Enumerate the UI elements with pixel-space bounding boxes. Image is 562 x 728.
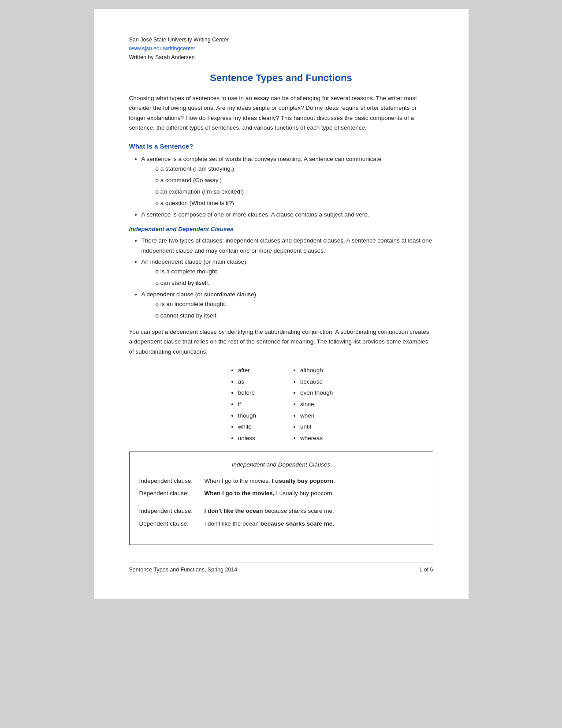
example-row-2a: Independent clause: I don't like the oce… [139,506,423,516]
written-by-text: Written by Sarah Andersen [129,53,433,62]
bullet-dependent-clause: A dependent clause (or subordinate claus… [141,290,433,321]
page: San José State University Writing Center… [94,9,469,599]
example-text-1a: When I go to the movies, I usually buy p… [205,476,335,486]
bullet-sentence-meaning: A sentence is a complete set of words th… [141,154,433,209]
example-text-2a: I don't like the ocean because sharks sc… [205,506,334,516]
example-box-title: Independent and Dependent Clauses [139,460,423,470]
conj-because: because [300,376,333,388]
example-text-2b: I don't like the ocean because sharks sc… [205,519,335,529]
conj-though: though [238,410,256,422]
sub-bullet-question: a question (What time is it?) [156,198,433,209]
subheading-clauses: Independent and Dependent Clauses [129,226,433,232]
conj-since: since [300,399,333,410]
sub-bullet-dependent: is an incomplete thought. cannot stand b… [156,299,433,321]
footer-left: Sentence Types and Functions, Spring 201… [129,567,239,573]
section1-bullet-list: A sentence is a complete set of words th… [141,154,433,220]
sub-bullet-list-communicate: a statement (I am studying.) a command (… [156,164,433,209]
example-label-1a: Independent clause: [139,476,205,486]
conj-col2-list: although because even though since when … [300,365,333,444]
example-label-1b: Dependent clause: [139,489,205,498]
conj-although: although [300,365,333,376]
conj-as: as [238,376,256,388]
conj-even-though: even though [300,387,333,399]
conj-whereas: whereas [300,433,333,444]
institution-text: San José State University Writing Center [129,35,433,44]
conj-if: if [238,399,256,410]
paragraph2: You can spot a dependent clause by ident… [129,327,433,357]
sub-bullet-independent: is a complete thought. can stand by itse… [156,267,433,288]
example-label-2a: Independent clause: [139,506,205,516]
two-col-list: after as before if though while unless a… [229,365,333,444]
section2-bullet-list: There are two types of clauses: independ… [141,236,433,321]
footer-right: 1 of 6 [419,567,433,573]
sub-bullet-cannot-stand: cannot stand by itself. [156,311,433,321]
bullet-independent-clause: An independent clause (or main clause) i… [141,257,433,288]
sub-bullet-stand-alone: can stand by itself. [156,278,433,288]
page-title: Sentence Types and Functions [129,72,433,84]
example-box: Independent and Dependent Clauses Indepe… [129,452,433,545]
example-row-1b: Dependent clause: When I go to the movie… [139,489,423,498]
conj-after: after [238,365,256,376]
conj-while: while [238,421,256,433]
example-row-1a: Independent clause: When I go to the mov… [139,476,423,486]
sub-bullet-exclamation: an exclamation (I'm so excited!) [156,187,433,197]
conj-until: until [300,421,333,433]
example-label-2b: Dependent clause: [139,519,205,529]
example-group-2: Independent clause: I don't like the oce… [139,506,423,529]
section1-heading: What Is a Sentence? [129,142,433,150]
sub-bullet-statement: a statement (I am studying.) [156,164,433,174]
example-text-1b: When I go to the movies, I usually buy p… [205,489,334,498]
bullet-clauses: A sentence is composed of one or more cl… [141,210,433,220]
conjunction-list-container: after as before if though while unless a… [129,365,433,444]
intro-paragraph: Choosing what types of sentences to use … [129,93,433,133]
footer-bar: Sentence Types and Functions, Spring 201… [129,563,433,573]
sub-bullet-command: a command (Go away.) [156,175,433,186]
example-group-1: Independent clause: When I go to the mov… [139,476,423,499]
header-info: San José State University Writing Center… [129,35,433,62]
sub-bullet-complete-thought: is a complete thought. [156,267,433,277]
website-link[interactable]: www.sjsu.edu/writingcenter [129,45,196,52]
sub-bullet-incomplete: is an incomplete thought. [156,299,433,310]
bullet-two-types: There are two types of clauses: independ… [141,236,433,256]
example-row-2b: Dependent clause: I don't like the ocean… [139,519,423,529]
conj-unless: unless [238,433,256,444]
conj-before: before [238,387,256,399]
conj-when: when [300,410,333,422]
conj-col1-list: after as before if though while unless [238,365,256,444]
